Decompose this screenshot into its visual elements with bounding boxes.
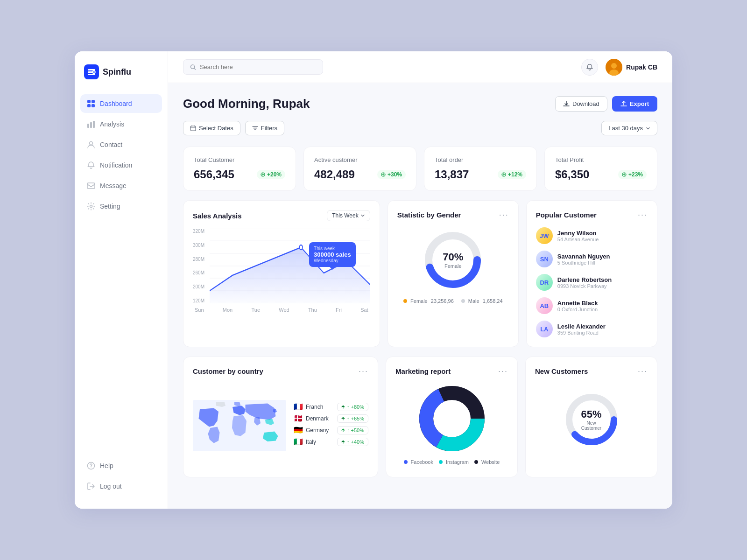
male-count: 1,658,24 <box>483 298 503 304</box>
marketing-legend: Facebook Instagram Website <box>404 459 500 465</box>
notification-button[interactable] <box>581 59 598 76</box>
svg-point-11 <box>90 142 93 145</box>
svg-rect-4 <box>87 100 91 103</box>
new-customers-card: New Customers ··· 65% New Customer <box>525 357 657 477</box>
notification-icon <box>87 161 95 169</box>
week-select-button[interactable]: This Week <box>327 210 370 221</box>
header: Rupak CB <box>168 51 672 83</box>
stat-badge-3: +23% <box>618 170 647 179</box>
gender-sub: Female <box>443 263 463 269</box>
svg-point-15 <box>91 468 92 469</box>
list-item: 🇮🇹 Italy ↑ +40% <box>294 437 368 446</box>
export-button[interactable]: Export <box>612 96 657 112</box>
sales-chart-title: Sales Analysis <box>193 212 242 220</box>
calendar-icon <box>190 125 196 131</box>
select-dates-button[interactable]: Select Dates <box>183 121 240 135</box>
sidebar-item-message[interactable]: Message <box>80 176 162 195</box>
gender-chart-card: Statistic by Gender ··· 70% Female <box>388 200 519 347</box>
sidebar-item-analysis[interactable]: Analysis <box>80 115 162 133</box>
country-card-menu[interactable]: ··· <box>359 366 368 376</box>
avatar: JW <box>536 227 553 244</box>
svg-point-3 <box>92 71 95 74</box>
stat-card-active-customer: Active customer 482,489 +30% <box>303 147 416 191</box>
logo-text: Spinflu <box>103 67 131 77</box>
sidebar-item-help[interactable]: Help <box>80 456 162 475</box>
germany-flag: 🇩🇪 <box>294 426 303 434</box>
popular-customers-menu[interactable]: ··· <box>638 210 648 220</box>
logo[interactable]: Spinflu <box>75 51 168 94</box>
svg-rect-7 <box>92 104 95 107</box>
sidebar-item-logout[interactable]: Log out <box>80 477 162 496</box>
website-dot <box>474 460 478 464</box>
new-customers-menu[interactable]: ··· <box>638 366 648 376</box>
contact-icon <box>87 140 95 149</box>
country-chart-title: Customer by country <box>193 367 263 375</box>
export-icon <box>620 101 627 107</box>
svg-rect-0 <box>88 69 95 70</box>
page-header: Good Morning, Rupak Download <box>183 96 657 112</box>
stat-value-1: 482,489 <box>314 168 355 181</box>
gender-card-menu[interactable]: ··· <box>499 210 509 220</box>
avatar: LA <box>536 321 553 337</box>
download-button[interactable]: Download <box>555 96 607 112</box>
analysis-icon <box>87 120 95 128</box>
sales-chart-container: 320M300M280M260M200M120M This week 30000… <box>193 229 370 303</box>
stat-label-2: Total order <box>435 156 526 163</box>
gender-donut-container: 70% Female Female 23,256,96 <box>397 227 509 304</box>
sidebar-item-contact[interactable]: Contact <box>80 135 162 154</box>
user-info[interactable]: Rupak CB <box>606 59 657 76</box>
female-dot <box>403 299 407 303</box>
italy-badge: ↑ +40% <box>337 438 368 446</box>
country-legend: 🇫🇷 Franch ↑ +80% 🇩🇰 <box>294 402 368 449</box>
marketing-card-menu[interactable]: ··· <box>498 366 508 376</box>
sidebar-bottom: Help Log out <box>75 456 168 497</box>
search-icon <box>190 64 196 70</box>
logout-icon <box>87 482 95 490</box>
list-item: 🇫🇷 Franch ↑ +80% <box>294 402 368 411</box>
svg-rect-9 <box>90 122 92 128</box>
search-input[interactable] <box>200 63 316 70</box>
svg-rect-5 <box>92 100 95 103</box>
content-area: Good Morning, Rupak Download <box>168 83 672 509</box>
mid-row: Sales Analysis This Week 320M300M280M260… <box>183 200 657 347</box>
germany-badge: ↑ +50% <box>337 426 368 434</box>
stat-card-total-profit: Total Profit $6,350 +23% <box>544 147 657 191</box>
france-flag: 🇫🇷 <box>294 402 303 411</box>
denmark-badge: ↑ +65% <box>337 414 368 423</box>
stat-card-total-order: Total order 13,837 +12% <box>424 147 537 191</box>
list-item: AB Annette Black 0 Oxford Junction <box>536 297 648 314</box>
sidebar-item-setting[interactable]: Setting <box>80 197 162 216</box>
map-svg <box>193 384 286 468</box>
page-title: Good Morning, Rupak <box>183 97 310 111</box>
stat-label-3: Total Profit <box>555 156 647 163</box>
male-label: Male <box>468 298 479 304</box>
filters-button[interactable]: Filters <box>245 121 284 135</box>
customer-list: JW Jenny Wilson 54 Artisan Avenue SN Sav… <box>536 227 648 337</box>
period-select[interactable]: Last 30 days <box>601 121 657 135</box>
list-item: LA Leslie Alexander 359 Bunting Road <box>536 321 648 337</box>
new-customers-donut: 65% New Customer <box>561 389 622 450</box>
stat-badge-2: +12% <box>498 170 526 179</box>
svg-rect-12 <box>87 183 95 189</box>
search-box[interactable] <box>183 59 323 75</box>
facebook-dot <box>404 460 408 464</box>
avatar: AB <box>536 297 553 314</box>
female-label: Female <box>410 298 428 304</box>
new-customers-content: 65% New Customer <box>535 384 648 455</box>
stat-label-1: Active customer <box>314 156 406 163</box>
chart-area: This week 300000 sales Wednesday <box>210 229 370 303</box>
chevron-down-icon <box>646 126 650 131</box>
female-count: 23,256,96 <box>431 298 454 304</box>
sidebar-item-dashboard[interactable]: Dashboard <box>80 94 162 113</box>
popular-customers-card: Popular Customer ··· JW Jenny Wilson 54 … <box>526 200 657 347</box>
filter-row: Select Dates Filters Last 30 days <box>183 121 657 135</box>
svg-rect-6 <box>87 104 91 107</box>
download-icon <box>563 101 570 107</box>
bottom-row: Customer by country ··· <box>183 357 657 477</box>
list-item: JW Jenny Wilson 54 Artisan Avenue <box>536 227 648 244</box>
new-customers-title: New Customers <box>535 367 588 375</box>
list-item: 🇩🇪 Germany ↑ +50% <box>294 426 368 434</box>
marketing-pie-container: 35% 33% 30% Facebook Instagram <box>395 384 508 465</box>
main-content: Rupak CB Good Morning, Rupak Download <box>168 51 672 509</box>
sidebar-item-notification[interactable]: Notification <box>80 156 162 175</box>
